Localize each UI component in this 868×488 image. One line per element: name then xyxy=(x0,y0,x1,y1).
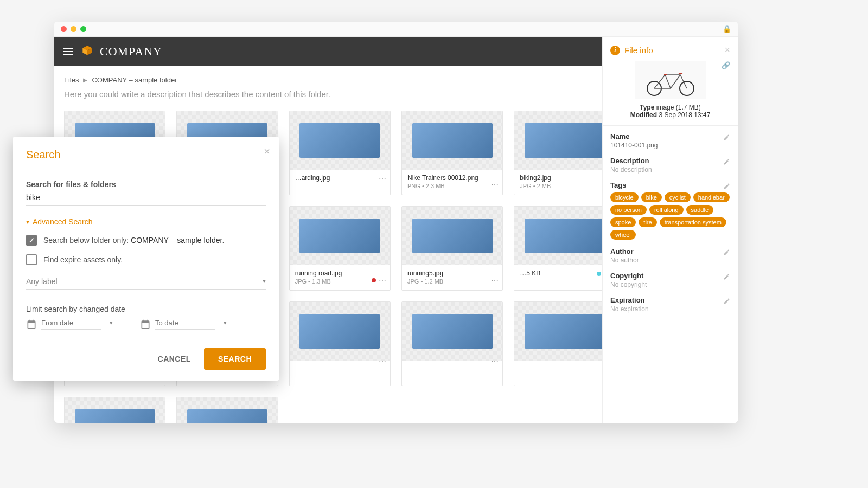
edit-description-button[interactable] xyxy=(723,158,730,168)
file-card[interactable]: ⋯ xyxy=(289,301,391,386)
more-icon[interactable]: ⋯ xyxy=(379,174,387,183)
file-thumbnail xyxy=(514,302,615,361)
lock-icon: 🔒 xyxy=(723,25,731,33)
edit-tags-button[interactable] xyxy=(723,182,730,192)
calendar-icon[interactable] xyxy=(140,319,151,330)
find-expired-checkbox[interactable] xyxy=(26,254,37,265)
file-name: running road.jpg xyxy=(295,269,385,277)
file-card[interactable]: ⋯ xyxy=(64,397,165,423)
brand-name: COMPANY xyxy=(100,44,162,59)
caret-down-icon: ▾ xyxy=(263,277,266,285)
type-value: image (1.7 MB) xyxy=(656,104,701,111)
author-label: Author xyxy=(610,247,730,255)
search-title: Search xyxy=(26,149,266,161)
file-card[interactable]: ⋯ xyxy=(514,301,615,386)
from-date-input[interactable] xyxy=(41,319,101,330)
more-icon[interactable]: ⋯ xyxy=(379,276,387,285)
menu-button[interactable] xyxy=(63,48,73,55)
file-card[interactable]: ⋯ xyxy=(176,397,278,423)
file-card[interactable]: …arding.jpg ⋯ xyxy=(289,111,391,195)
more-icon[interactable]: ⋯ xyxy=(491,276,499,285)
more-icon[interactable]: ⋯ xyxy=(491,181,499,189)
tags-label: Tags xyxy=(610,181,730,189)
copyright-label: Copyright xyxy=(610,272,730,280)
more-icon[interactable]: ⋯ xyxy=(379,357,387,366)
breadcrumb-root[interactable]: Files xyxy=(64,76,79,84)
tag[interactable]: no person xyxy=(610,205,647,215)
description-label: Description xyxy=(610,157,730,165)
search-below-folder-checkbox[interactable] xyxy=(26,235,37,246)
name-label: Name xyxy=(610,132,730,140)
tag[interactable]: cyclist xyxy=(665,192,691,202)
brand-block[interactable]: COMPANY xyxy=(80,44,162,59)
tag[interactable]: wheel xyxy=(610,230,636,240)
file-card[interactable]: running5.jpg JPG • 1.2 MB ⋯ xyxy=(401,206,503,291)
file-thumbnail xyxy=(514,207,615,265)
description-value: No description xyxy=(610,166,730,174)
tag[interactable]: saddle xyxy=(686,205,713,215)
expiration-label: Expiration xyxy=(610,296,730,304)
tag[interactable]: tire xyxy=(639,217,656,227)
find-expired-label: Find expire assets only. xyxy=(43,255,123,264)
file-preview: 🔗 Type image (1.7 MB) Modified 3 Sep 201… xyxy=(610,61,730,119)
file-thumbnail xyxy=(290,207,390,265)
file-info-panel: i File info × 🔗 Type image (1.7 MB) Modi… xyxy=(602,37,738,423)
type-label: Type xyxy=(640,104,654,111)
cancel-button[interactable]: CANCEL xyxy=(155,348,194,370)
file-info-title: File info xyxy=(624,46,653,55)
file-name: Nike Trainers 00012.png xyxy=(407,174,497,182)
file-name: …5 KB xyxy=(520,269,609,277)
tag[interactable]: handlebar xyxy=(693,192,730,202)
tag[interactable]: bike xyxy=(641,192,662,202)
file-name: …arding.jpg xyxy=(295,174,385,182)
edit-copyright-button[interactable] xyxy=(723,273,730,282)
more-icon[interactable]: ⋯ xyxy=(491,357,499,366)
file-thumbnail xyxy=(177,397,277,423)
file-thumbnail xyxy=(402,207,502,265)
edit-expiration-button[interactable] xyxy=(723,297,730,307)
file-thumbnail xyxy=(290,302,390,361)
link-icon[interactable]: 🔗 xyxy=(722,61,730,69)
tag[interactable]: spoke xyxy=(610,217,636,227)
calendar-icon[interactable] xyxy=(26,319,37,330)
close-window-icon[interactable] xyxy=(61,26,67,32)
modified-value: 3 Sep 2018 13:47 xyxy=(659,111,710,119)
maximize-window-icon[interactable] xyxy=(80,26,86,32)
file-thumbnail xyxy=(402,302,502,361)
search-modal: Search × Search for files & folders ▾ Ad… xyxy=(13,137,279,381)
file-meta: JPG • 2 MB xyxy=(520,183,609,189)
edit-name-button[interactable] xyxy=(723,133,730,143)
name-value: 101410-001.png xyxy=(610,142,730,149)
search-input[interactable] xyxy=(26,191,266,206)
breadcrumb-current[interactable]: COMPANY – sample folder xyxy=(92,76,177,84)
label-select[interactable] xyxy=(26,275,266,290)
advanced-search-toggle[interactable]: ▾ Advanced Search xyxy=(26,217,266,226)
titlebar: 🔒 xyxy=(54,22,738,37)
tag[interactable]: roll along xyxy=(649,205,684,215)
chevron-down-icon: ▾ xyxy=(26,218,29,226)
chevron-right-icon: ▶ xyxy=(83,77,87,83)
file-card[interactable]: running road.jpg JPG • 1.3 MB ⋯ xyxy=(289,206,391,291)
to-date-input[interactable] xyxy=(155,319,215,330)
tag[interactable]: transportation system xyxy=(660,217,726,227)
file-meta: JPG • 1.2 MB xyxy=(407,278,497,285)
tag-list: bicyclebikecyclisthandlebarno personroll… xyxy=(610,192,730,240)
file-meta: JPG • 1.3 MB xyxy=(295,278,385,285)
close-search-button[interactable]: × xyxy=(264,145,270,158)
close-panel-button[interactable]: × xyxy=(724,44,730,56)
file-card[interactable]: …5 KB ⋯ xyxy=(514,206,615,291)
minimize-window-icon[interactable] xyxy=(71,26,76,32)
logo-icon xyxy=(80,44,94,59)
file-meta: PNG • 2.3 MB xyxy=(407,183,497,189)
file-card[interactable]: Nike Trainers 00012.png PNG • 2.3 MB ⋯ xyxy=(401,111,503,195)
file-card[interactable]: ⋯ xyxy=(401,301,503,386)
expiration-value: No expiration xyxy=(610,305,730,313)
status-dot xyxy=(372,278,376,282)
search-below-folder-label: Search below folder only: COMPANY – samp… xyxy=(43,236,224,245)
file-card[interactable]: biking2.jpg JPG • 2 MB ⋯ xyxy=(514,111,615,195)
search-button[interactable]: SEARCH xyxy=(204,348,266,370)
status-dot xyxy=(597,272,601,276)
edit-author-button[interactable] xyxy=(723,248,730,258)
file-name: biking2.jpg xyxy=(520,174,609,182)
tag[interactable]: bicycle xyxy=(610,192,639,202)
